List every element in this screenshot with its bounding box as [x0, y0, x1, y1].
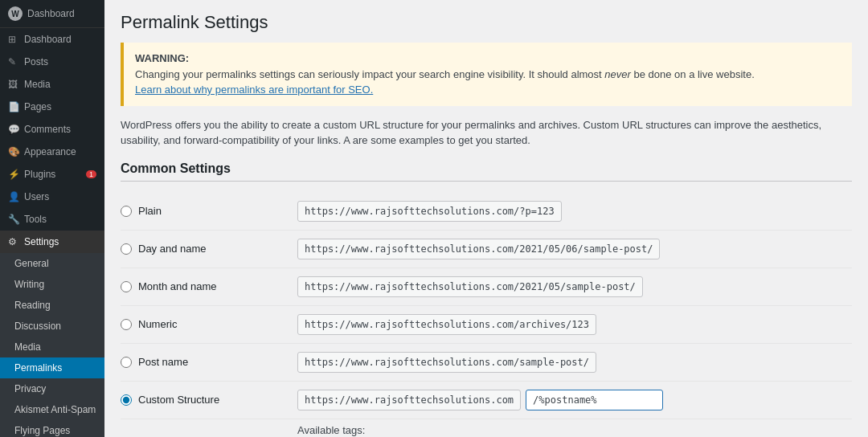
available-tags-section: Available tags: %year% %monthnum% %day% …	[121, 424, 852, 438]
sidebar-item-users[interactable]: 👤 Users	[0, 186, 104, 208]
sidebar-item-flying-pages[interactable]: Flying Pages	[0, 420, 104, 437]
month-name-label-text: Month and name	[138, 280, 217, 292]
post-name-radio[interactable]	[121, 357, 132, 368]
post-name-url: https://www.rajsofttechsolutions.com/sam…	[297, 352, 596, 373]
posts-icon: ✎	[8, 56, 19, 67]
sidebar-item-label: Media	[24, 79, 51, 90]
sidebar-item-label: Plugins	[24, 169, 55, 180]
sidebar-logo-label: Dashboard	[27, 8, 75, 19]
day-name-url: https://www.rajsofttechsolutions.com/202…	[297, 239, 660, 259]
warning-text1: Changing your permalinks settings can se…	[135, 68, 604, 80]
numeric-url: https://www.rajsofttechsolutions.com/arc…	[297, 314, 596, 335]
custom-label-text: Custom Structure	[138, 394, 219, 406]
month-name-url: https://www.rajsofttechsolutions.com/202…	[297, 276, 643, 297]
warning-text2: be done on a live website.	[631, 68, 755, 80]
wordpress-icon: W	[8, 6, 23, 21]
permalink-option-numeric: Numeric https://www.rajsofttechsolutions…	[121, 306, 852, 344]
day-name-value: https://www.rajsofttechsolutions.com/202…	[297, 239, 852, 259]
permalink-option-plain: Plain https://www.rajsofttechsolutions.c…	[121, 193, 852, 231]
month-name-label[interactable]: Month and name	[121, 280, 297, 292]
warning-heading: WARNING:	[135, 52, 189, 64]
submenu-label: Permalinks	[14, 362, 62, 374]
plugins-icon: ⚡	[8, 169, 19, 180]
sidebar-item-dashboard[interactable]: ⊞ Dashboard	[0, 28, 104, 51]
custom-radio[interactable]	[121, 394, 132, 406]
page-title: Permalink Settings	[121, 12, 852, 33]
warning-em: never	[604, 68, 631, 80]
submenu-label: Media	[14, 341, 41, 353]
custom-url-base: https://www.rajsofttechsolutions.com	[297, 390, 521, 410]
post-name-label-text: Post name	[138, 356, 188, 368]
numeric-label[interactable]: Numeric	[121, 318, 297, 330]
sidebar-item-writing[interactable]: Writing	[0, 274, 104, 295]
sidebar-item-label: Users	[24, 191, 49, 202]
warning-box: WARNING: Changing your permalinks settin…	[121, 43, 852, 106]
sidebar-item-tools[interactable]: 🔧 Tools	[0, 208, 104, 231]
sidebar-logo[interactable]: W Dashboard	[0, 0, 104, 28]
permalink-option-day-name: Day and name https://www.rajsofttechsolu…	[121, 231, 852, 268]
permalink-option-month-name: Month and name https://www.rajsofttechso…	[121, 268, 852, 306]
comments-icon: 💬	[8, 124, 19, 135]
sidebar-item-settings[interactable]: ⚙ Settings	[0, 231, 104, 253]
sidebar-item-reading[interactable]: Reading	[0, 295, 104, 316]
settings-icon: ⚙	[8, 236, 19, 247]
month-name-radio[interactable]	[121, 281, 132, 292]
appearance-icon: 🎨	[8, 146, 19, 157]
submenu-label: General	[14, 258, 49, 269]
submenu-label: Reading	[14, 300, 51, 311]
plugins-badge: 1	[86, 170, 96, 178]
submenu-label: Writing	[14, 279, 44, 290]
post-name-value: https://www.rajsofttechsolutions.com/sam…	[297, 352, 852, 373]
settings-submenu: General Writing Reading Discussion Media…	[0, 253, 104, 437]
month-name-value: https://www.rajsofttechsolutions.com/202…	[297, 276, 852, 297]
sidebar-item-discussion[interactable]: Discussion	[0, 316, 104, 337]
sidebar-item-media[interactable]: 🖼 Media	[0, 73, 104, 96]
post-name-label[interactable]: Post name	[121, 356, 297, 368]
plain-label[interactable]: Plain	[121, 205, 297, 217]
plain-url: https://www.rajsofttechsolutions.com/?p=…	[297, 201, 562, 222]
sidebar-item-general[interactable]: General	[0, 253, 104, 274]
numeric-label-text: Numeric	[138, 318, 177, 330]
numeric-value: https://www.rajsofttechsolutions.com/arc…	[297, 314, 852, 335]
common-settings-title: Common Settings	[121, 161, 852, 182]
sidebar-item-label: Posts	[24, 56, 48, 67]
sidebar: W Dashboard ⊞ Dashboard ✎ Posts 🖼 Media …	[0, 0, 104, 437]
day-name-radio[interactable]	[121, 243, 132, 255]
submenu-label: Akismet Anti-Spam	[14, 404, 96, 415]
sidebar-item-media-sub[interactable]: Media	[0, 337, 104, 357]
sidebar-item-akismet[interactable]: Akismet Anti-Spam	[0, 399, 104, 420]
day-name-label[interactable]: Day and name	[121, 243, 297, 255]
sidebar-item-plugins[interactable]: ⚡ Plugins 1	[0, 163, 104, 186]
users-icon: 👤	[8, 191, 19, 202]
permalink-option-post-name: Post name https://www.rajsofttechsolutio…	[121, 344, 852, 382]
permalink-option-custom: Custom Structure https://www.rajsofttech…	[121, 382, 852, 419]
plain-value: https://www.rajsofttechsolutions.com/?p=…	[297, 201, 852, 222]
sidebar-item-label: Tools	[24, 214, 47, 225]
custom-label[interactable]: Custom Structure	[121, 394, 297, 406]
sidebar-item-appearance[interactable]: 🎨 Appearance	[0, 141, 104, 163]
sidebar-item-label: Settings	[24, 236, 59, 247]
description-text: WordPress offers you the ability to crea…	[121, 117, 852, 149]
submenu-label: Privacy	[14, 383, 46, 394]
plain-label-text: Plain	[138, 205, 162, 217]
custom-structure-input[interactable]	[526, 390, 663, 410]
sidebar-item-label: Dashboard	[24, 34, 72, 45]
sidebar-item-comments[interactable]: 💬 Comments	[0, 118, 104, 141]
sidebar-item-pages[interactable]: 📄 Pages	[0, 96, 104, 118]
sidebar-item-label: Pages	[24, 101, 51, 112]
numeric-radio[interactable]	[121, 319, 132, 330]
sidebar-item-permalinks[interactable]: Permalinks	[0, 357, 104, 378]
day-name-label-text: Day and name	[138, 243, 207, 255]
available-tags-label: Available tags:	[297, 424, 852, 436]
sidebar-item-privacy[interactable]: Privacy	[0, 378, 104, 399]
sidebar-item-label: Comments	[24, 124, 71, 135]
sidebar-item-posts[interactable]: ✎ Posts	[0, 51, 104, 73]
submenu-label: Discussion	[14, 321, 61, 332]
main-content: Permalink Settings WARNING: Changing you…	[104, 0, 868, 437]
tools-icon: 🔧	[8, 214, 19, 225]
warning-link[interactable]: Learn about why permalinks are important…	[135, 84, 373, 96]
pages-icon: 📄	[8, 101, 19, 112]
dashboard-icon: ⊞	[8, 34, 19, 45]
custom-value: https://www.rajsofttechsolutions.com	[297, 390, 852, 410]
plain-radio[interactable]	[121, 206, 132, 217]
